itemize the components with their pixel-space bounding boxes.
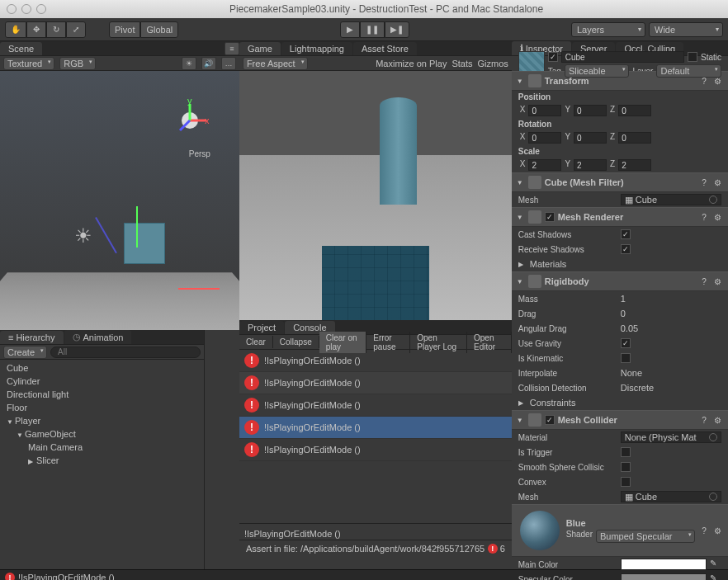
speccolor-swatch[interactable] <box>621 573 707 580</box>
foldout-icon[interactable]: ▼ <box>517 278 525 285</box>
maincolor-swatch[interactable] <box>621 559 707 570</box>
layer-dropdown[interactable]: Default <box>656 64 721 78</box>
move-tool-button[interactable]: ✥ <box>26 21 46 38</box>
collision-value[interactable]: Discrete <box>621 383 654 393</box>
foldout-icon[interactable]: ▼ <box>517 78 525 85</box>
help-icon[interactable]: ? <box>698 177 710 188</box>
console-entry[interactable]: !!IsPlayingOrEditMode () <box>239 394 512 417</box>
console-entry[interactable]: !!IsPlayingOrEditMode () <box>239 372 512 394</box>
tab-assetstore[interactable]: Asset Store <box>353 42 417 55</box>
stats-toggle[interactable]: Stats <box>451 59 472 68</box>
maximize-toggle[interactable]: Maximize on Play <box>376 59 447 68</box>
console-openplayerlog-button[interactable]: Open Player Log <box>410 332 467 353</box>
scene-audio-toggle[interactable]: 🔊 <box>201 57 216 70</box>
pivot-button[interactable]: Pivot <box>109 21 140 38</box>
scene-shading-dropdown[interactable]: Textured <box>3 57 54 70</box>
meshcollider-component-header[interactable]: ▼ Mesh Collider ?⚙ <box>512 410 728 430</box>
tab-game[interactable]: Game <box>239 42 281 55</box>
console-entry[interactable]: !!IsPlayingOrEditMode () <box>239 350 512 372</box>
foldout-icon[interactable]: ▶ <box>518 261 527 268</box>
tag-dropdown[interactable]: Sliceable <box>565 64 630 78</box>
meshrenderer-enabled-checkbox[interactable] <box>545 212 555 222</box>
iskinematic-checkbox[interactable] <box>621 353 631 363</box>
console-openeditor-button[interactable]: Open Editor <box>467 332 512 353</box>
pause-button[interactable]: ❚❚ <box>360 21 385 38</box>
hand-tool-button[interactable]: ✋ <box>5 21 26 38</box>
hierarchy-item[interactable]: ▼GameObject <box>0 427 204 441</box>
console-errorpause-toggle[interactable]: Error pause <box>366 332 410 353</box>
smooth-checkbox[interactable] <box>621 462 631 472</box>
hierarchy-create-dropdown[interactable]: Create <box>3 346 47 359</box>
step-button[interactable]: ▶❚ <box>385 21 409 38</box>
meshrenderer-component-header[interactable]: ▼ Mesh Renderer ?⚙ <box>512 207 728 227</box>
usegravity-checkbox[interactable] <box>621 338 631 348</box>
gameobject-name-input[interactable] <box>561 51 684 63</box>
help-icon[interactable]: ? <box>698 211 710 223</box>
perspective-label[interactable]: Persp <box>189 149 210 158</box>
hierarchy-item[interactable]: Cube <box>0 361 204 375</box>
help-icon[interactable]: ? <box>698 525 710 536</box>
scene-options-icon[interactable]: ≡ <box>225 42 239 55</box>
gear-icon[interactable]: ⚙ <box>711 414 723 426</box>
x-axis-handle[interactable] <box>178 288 220 290</box>
object-picker-icon[interactable] <box>709 196 717 204</box>
gear-icon[interactable]: ⚙ <box>711 211 723 223</box>
console-clear-button[interactable]: Clear <box>239 336 273 348</box>
mesh-field[interactable]: ▦ Cube <box>621 194 721 205</box>
foldout-icon[interactable]: ▼ <box>517 179 525 186</box>
drag-value[interactable]: 0 <box>621 309 626 318</box>
angdrag-value[interactable]: 0.05 <box>621 323 638 333</box>
material-header[interactable]: Blue ShaderBumped Specular ?⚙ <box>512 504 728 557</box>
game-aspect-dropdown[interactable]: Free Aspect <box>243 57 308 70</box>
foldout-icon[interactable]: ▼ <box>517 417 525 424</box>
z-axis-handle[interactable] <box>95 217 117 253</box>
rotation-y-input[interactable] <box>574 132 607 144</box>
scene-fx-toggle[interactable]: … <box>221 57 236 70</box>
foldout-icon[interactable]: ▼ <box>7 418 15 426</box>
minimize-window-icon[interactable] <box>21 4 31 14</box>
object-picker-icon[interactable] <box>709 493 717 501</box>
orientation-gizmo[interactable]: xy <box>165 96 215 145</box>
gear-icon[interactable]: ⚙ <box>711 276 723 287</box>
physmaterial-field[interactable]: None (Physic Mat <box>621 431 721 443</box>
shader-dropdown[interactable]: Bumped Specular <box>596 530 695 543</box>
scale-z-input[interactable] <box>618 159 651 171</box>
hierarchy-item[interactable]: Floor <box>0 401 204 414</box>
rotation-x-input[interactable] <box>528 132 561 144</box>
scene-rgb-dropdown[interactable]: RGB <box>59 57 96 70</box>
close-window-icon[interactable] <box>7 4 17 14</box>
foldout-icon[interactable]: ▶ <box>518 399 527 407</box>
position-z-input[interactable] <box>618 105 651 116</box>
game-viewport[interactable] <box>239 71 512 320</box>
rotation-z-input[interactable] <box>618 132 651 144</box>
gear-icon[interactable]: ⚙ <box>711 177 723 188</box>
mass-value[interactable]: 1 <box>621 294 626 304</box>
hierarchy-item[interactable]: Cylinder <box>0 375 204 388</box>
gizmos-dropdown[interactable]: Gizmos <box>477 59 508 68</box>
scale-y-input[interactable] <box>574 159 607 171</box>
castshadows-checkbox[interactable] <box>621 229 631 239</box>
rigidbody-component-header[interactable]: ▼ Rigidbody ?⚙ <box>512 271 728 291</box>
tab-lightmapping[interactable]: Lightmapping <box>281 42 352 55</box>
istrigger-checkbox[interactable] <box>621 447 631 457</box>
position-y-input[interactable] <box>574 105 607 116</box>
console-entry[interactable]: !!IsPlayingOrEditMode () <box>239 417 512 439</box>
hierarchy-search-input[interactable] <box>50 347 201 358</box>
collidermesh-field[interactable]: ▦ Cube <box>621 491 721 502</box>
y-axis-handle[interactable] <box>136 206 138 248</box>
position-x-input[interactable] <box>528 105 561 116</box>
scene-light-toggle[interactable]: ☀ <box>182 57 196 70</box>
hierarchy-item[interactable]: ▶Slicer <box>0 454 204 467</box>
tab-scene[interactable]: Scene <box>0 42 42 55</box>
tab-hierarchy[interactable]: ≡ Hierarchy <box>0 331 64 344</box>
scale-tool-button[interactable]: ⤢ <box>66 21 86 38</box>
rotate-tool-button[interactable]: ↻ <box>46 21 66 38</box>
scale-x-input[interactable] <box>528 159 561 171</box>
console-entry[interactable]: !!IsPlayingOrEditMode () <box>239 439 512 461</box>
help-icon[interactable]: ? <box>698 276 710 287</box>
global-button[interactable]: Global <box>140 21 178 38</box>
foldout-icon[interactable]: ▼ <box>517 214 525 221</box>
hierarchy-item[interactable]: Directional light <box>0 388 204 401</box>
layers-dropdown[interactable]: Layers <box>571 22 645 37</box>
scene-viewport[interactable]: ☀ xy Persp <box>0 71 239 330</box>
